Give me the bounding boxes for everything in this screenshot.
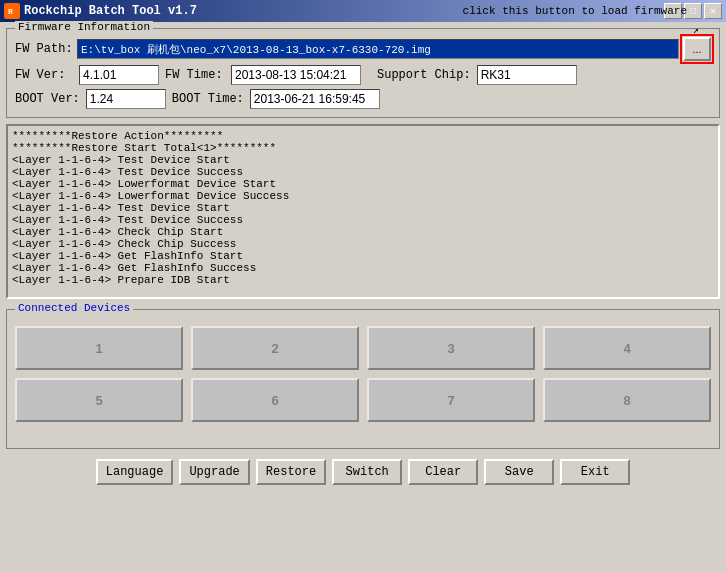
window-title: Rockchip Batch Tool v1.7 [24, 4, 197, 18]
fw-time-input[interactable] [231, 65, 361, 85]
main-window: Firmware Information click this button t… [0, 22, 726, 572]
bottom-bar: Language Upgrade Restore Switch Clear Sa… [6, 455, 720, 489]
fw-path-input[interactable] [77, 39, 679, 59]
devices-group-label: Connected Devices [15, 302, 133, 314]
firmware-group-label: Firmware Information [15, 21, 153, 33]
tooltip-text: click this button to load firmware [463, 5, 687, 17]
boot-time-label: BOOT Time: [172, 92, 244, 106]
boot-time-input[interactable] [250, 89, 380, 109]
device-btn-6[interactable]: 6 [191, 378, 359, 422]
clear-button[interactable]: Clear [408, 459, 478, 485]
language-button[interactable]: Language [96, 459, 174, 485]
browse-button[interactable]: ... [683, 37, 711, 61]
device-btn-4[interactable]: 4 [543, 326, 711, 370]
devices-grid: 1 2 3 4 5 6 7 8 [15, 326, 711, 422]
boot-row: BOOT Ver: BOOT Time: [15, 89, 711, 109]
device-btn-1[interactable]: 1 [15, 326, 183, 370]
fw-ver-label: FW Ver: [15, 68, 73, 82]
switch-button[interactable]: Switch [332, 459, 402, 485]
fw-details-row: FW Ver: FW Time: Support Chip: [15, 65, 711, 85]
upgrade-button[interactable]: Upgrade [179, 459, 249, 485]
device-btn-5[interactable]: 5 [15, 378, 183, 422]
device-btn-7[interactable]: 7 [367, 378, 535, 422]
boot-ver-label: BOOT Ver: [15, 92, 80, 106]
title-bar-left: R Rockchip Batch Tool v1.7 [4, 3, 197, 19]
device-btn-8[interactable]: 8 [543, 378, 711, 422]
fw-ver-input[interactable] [79, 65, 159, 85]
support-chip-input[interactable] [477, 65, 577, 85]
devices-group: Connected Devices 1 2 3 4 5 6 7 8 [6, 309, 720, 449]
device-btn-2[interactable]: 2 [191, 326, 359, 370]
device-btn-3[interactable]: 3 [367, 326, 535, 370]
fw-time-label: FW Time: [165, 68, 225, 82]
app-icon: R [4, 3, 20, 19]
close-button[interactable]: ✕ [704, 3, 722, 19]
support-chip-label: Support Chip: [377, 68, 471, 82]
exit-button[interactable]: Exit [560, 459, 630, 485]
firmware-group: Firmware Information click this button t… [6, 28, 720, 118]
log-textarea[interactable] [6, 124, 720, 299]
restore-button[interactable]: Restore [256, 459, 326, 485]
tooltip-arrow-icon: ↗ [693, 24, 699, 36]
svg-text:R: R [8, 7, 13, 16]
save-button[interactable]: Save [484, 459, 554, 485]
fw-path-row: FW Path: ... [15, 37, 711, 61]
fw-path-label: FW Path: [15, 42, 73, 56]
boot-ver-input[interactable] [86, 89, 166, 109]
